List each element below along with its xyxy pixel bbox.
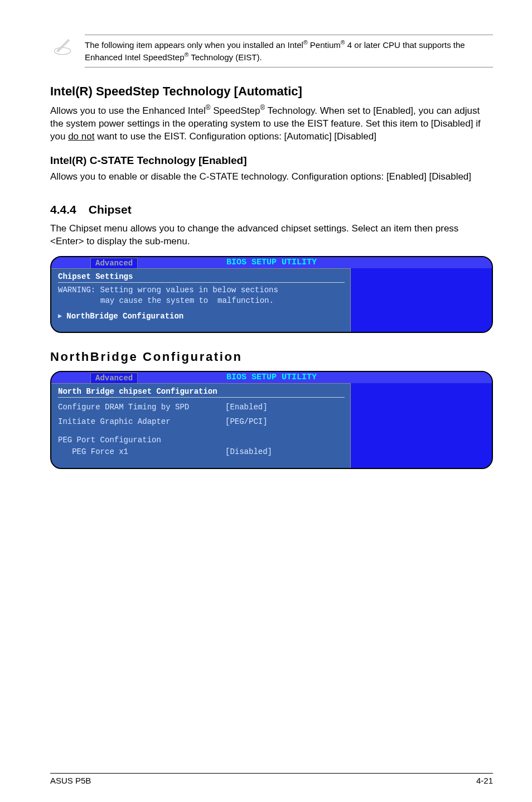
note-text: The following item appears only when you… xyxy=(85,33,493,71)
northbridge-heading: NorthBridge Configuration xyxy=(50,350,493,364)
footer-right: 4-21 xyxy=(476,776,493,785)
section-number: 4.4.4 xyxy=(50,203,76,216)
triangle-right-icon: ▶ xyxy=(58,312,62,320)
cstate-body: Allows you to enable or disable the C-ST… xyxy=(50,170,493,183)
section-4-4-4-header: 4.4.4 Chipset xyxy=(50,203,493,216)
bios2-section: North Bridge chipset Configuration xyxy=(58,387,345,396)
bios1-warn2: may cause the system to malfunction. xyxy=(58,296,345,306)
speedstep-heading: Intel(R) SpeedStep Technology [Automatic… xyxy=(50,84,493,99)
bios1-nb-item[interactable]: ▶ NorthBridge Configuration xyxy=(58,312,345,321)
bios-title: BIOS SETUP UTILITY xyxy=(226,373,317,382)
speedstep-body: Allows you to use the Enhanced Intel® Sp… xyxy=(50,103,493,143)
bios2-row-2: PEG Port Configuration xyxy=(58,433,345,448)
note-block: The following item appears only when you… xyxy=(50,33,493,71)
bios2-row-3[interactable]: PEG Force x1 [Disabled] xyxy=(58,447,345,457)
bios-tab-advanced: Advanced xyxy=(90,258,138,268)
section-title: Chipset xyxy=(89,203,132,216)
footer-left: ASUS P5B xyxy=(50,776,91,785)
bios2-row-1[interactable]: Initiate Graphic Adapter [PEG/PCI] xyxy=(58,414,345,429)
cstate-heading: Intel(R) C-STATE Technology [Enabled] xyxy=(50,154,493,167)
bios1-warn1: WARNING: Setting wrong values in below s… xyxy=(58,285,345,296)
bios-title: BIOS SETUP UTILITY xyxy=(226,258,317,267)
pencil-note-icon xyxy=(50,33,75,57)
bios1-section: Chipset Settings xyxy=(58,272,345,281)
bios2-row-0[interactable]: Configure DRAM Timing by SPD [Enabled] xyxy=(58,400,345,415)
page-footer: ASUS P5B 4-21 xyxy=(0,773,532,785)
bios-tab-advanced: Advanced xyxy=(90,373,138,383)
svg-point-0 xyxy=(54,47,70,55)
chipset-body: The Chipset menu allows you to change th… xyxy=(50,222,493,248)
bios-panel-northbridge: BIOS SETUP UTILITY Advanced North Bridge… xyxy=(50,371,493,470)
bios-panel-chipset: BIOS SETUP UTILITY Advanced Chipset Sett… xyxy=(50,256,493,333)
